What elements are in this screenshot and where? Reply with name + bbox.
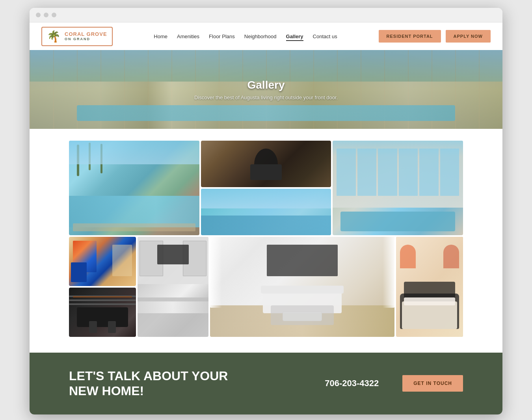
logo-sub-text: ON GRAND [65,37,107,41]
footer-cta: LET'S TALK ABOUT YOUR NEW HOME! 706-203-… [30,353,502,414]
hero-text: Gallery Discover the best of Augusta liv… [194,79,338,100]
nav-link-floorplans[interactable]: Floor Plans [209,33,235,39]
browser-chrome [30,8,502,22]
nav-item-neighborhood[interactable]: Neighborhood [244,33,277,40]
gallery-image-kitchen[interactable] [138,237,208,337]
hero-subtitle: Discover the best of Augusta living righ… [194,95,338,100]
logo-text: CORAL GROVE ON GRAND [65,32,107,41]
nav-links: Home Amenities Floor Plans Neighborhood … [154,33,337,40]
hero-section: Gallery Discover the best of Augusta liv… [30,50,502,129]
nav-item-contact[interactable]: Contact us [313,33,337,40]
gallery-image-bedroom[interactable] [396,237,463,337]
nav-link-neighborhood[interactable]: Neighborhood [244,33,277,39]
browser-window: 🌴 CORAL GROVE ON GRAND Home Amenities Fl… [30,8,502,414]
footer-heading: LET'S TALK ABOUT YOUR NEW HOME! [69,368,301,399]
gallery-image-living-room-big[interactable] [210,237,394,337]
browser-dot-close[interactable] [36,13,41,17]
nav-item-home[interactable]: Home [154,33,167,40]
browser-dot-maximize[interactable] [52,13,56,17]
gallery-image-building-aerial[interactable] [333,141,463,235]
resident-portal-button[interactable]: RESIDENT PORTAL [379,30,441,43]
hero-pool-bg [77,105,455,121]
gallery-row-2 [69,237,463,337]
gallery-image-grill[interactable] [69,288,136,337]
gallery-row-1 [69,141,463,235]
get-in-touch-button[interactable]: GET IN TOUCH [402,375,463,392]
navbar: 🌴 CORAL GROVE ON GRAND Home Amenities Fl… [30,22,502,50]
logo[interactable]: 🌴 CORAL GROVE ON GRAND [41,27,113,46]
gallery-image-pool-2[interactable] [201,189,331,235]
footer-heading-line2: NEW HOME! [69,383,301,398]
browser-dot-minimize[interactable] [44,13,48,17]
nav-item-floorplans[interactable]: Floor Plans [209,33,235,40]
logo-main-text: CORAL GROVE [65,32,107,37]
nav-link-contact[interactable]: Contact us [313,33,337,39]
hero-title: Gallery [194,79,338,91]
palm-icon: 🌴 [47,30,61,43]
footer-heading-line1: LET'S TALK ABOUT YOUR [69,368,301,383]
footer-phone[interactable]: 706-203-4322 [325,378,379,388]
nav-link-gallery[interactable]: Gallery [286,33,303,41]
gallery-middle-column [201,141,331,235]
nav-buttons: RESIDENT PORTAL APPLY NOW [379,30,491,43]
gallery-col-a [69,237,136,337]
gallery-section [30,129,502,353]
gallery-image-pool-panoramic[interactable] [69,141,199,235]
nav-link-amenities[interactable]: Amenities [177,33,199,39]
nav-item-amenities[interactable]: Amenities [177,33,199,40]
nav-item-gallery[interactable]: Gallery [286,33,303,40]
gallery-image-art-room[interactable] [69,237,136,286]
apply-now-button[interactable]: APPLY NOW [446,30,491,43]
gallery-image-chair[interactable] [201,141,331,187]
nav-link-home[interactable]: Home [154,33,167,39]
